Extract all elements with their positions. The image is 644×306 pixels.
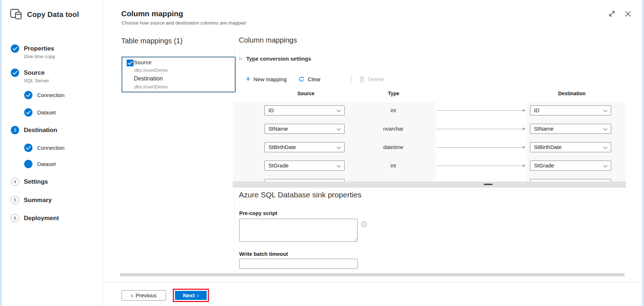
footer-divider: [103, 282, 644, 282]
step-item-summary-8[interactable]: 5Summary: [11, 196, 52, 204]
step-label: Connection: [37, 91, 65, 99]
column-header-type: Type: [358, 91, 430, 96]
previous-button[interactable]: ‹ Previous: [122, 290, 166, 301]
table-mapping-card[interactable]: Source dbo.InsertDemo Destination dbo.In…: [122, 57, 236, 92]
dropdown-value: ID: [534, 107, 539, 113]
step-item-dataset-6[interactable]: Dataset: [24, 160, 56, 168]
pre-copy-script-textarea[interactable]: [239, 219, 358, 242]
source-column-dropdown[interactable]: ID: [264, 105, 345, 115]
step-number-badge: 5: [11, 196, 19, 204]
next-button[interactable]: Next ›: [175, 291, 207, 300]
mapping-destination-table: dbo.InsertDemo: [134, 84, 168, 89]
mapping-arrow-icon: [437, 146, 526, 149]
chevron-down-icon: [603, 126, 607, 130]
destination-column-dropdown[interactable]: StGrade: [530, 161, 611, 171]
source-column-dropdown[interactable]: StName: [264, 124, 345, 134]
mapping-arrow-icon: [437, 127, 526, 131]
mapping-destination-label: Destination: [134, 75, 163, 82]
chevron-down-icon: [603, 108, 607, 112]
step-label: Connection: [37, 144, 65, 152]
destination-column-dropdown[interactable]: [530, 179, 611, 182]
mapping-arrow-icon: [437, 164, 526, 167]
chevron-down-icon: [337, 108, 341, 112]
write-batch-timeout-label: Write batch timeout: [239, 251, 288, 257]
check-icon: [11, 69, 19, 77]
clear-button[interactable]: Clear: [298, 74, 321, 84]
chevron-down-icon: [603, 145, 607, 149]
step-label: Deployment: [24, 214, 59, 222]
sink-properties-title: Azure SQL Database sink properties: [239, 191, 362, 199]
column-header-destination: Destination: [536, 91, 608, 96]
refresh-icon: [298, 76, 305, 82]
step-label: Source: [24, 69, 49, 77]
pre-copy-script-label: Pre-copy script: [239, 210, 277, 216]
type-conversion-expander[interactable]: ▷ Type conversion settings: [240, 56, 311, 62]
step-label: Settings: [24, 178, 48, 186]
table-mappings-title: Table mappings (1): [121, 37, 183, 45]
column-header-source: Source: [270, 91, 342, 96]
type-value: datetime: [345, 142, 442, 152]
source-column-dropdown[interactable]: StGrade: [264, 161, 345, 171]
step-number-badge: 4: [11, 178, 19, 186]
mapping-arrow-icon: [437, 109, 526, 112]
mapping-source-table: dbo.InsertDemo: [134, 67, 168, 73]
step-item-dataset-3[interactable]: Dataset: [24, 108, 56, 117]
checkbox-checked-icon[interactable]: [127, 60, 133, 66]
chevron-down-icon: [603, 163, 607, 167]
clear-label: Clear: [308, 76, 321, 82]
column-mappings-title: Column mappings: [239, 36, 297, 44]
step-item-settings-7[interactable]: 4Settings: [11, 178, 48, 186]
check-icon: [24, 108, 32, 117]
step-item-deployment-9[interactable]: 6Deployment: [11, 214, 59, 222]
destination-column-dropdown[interactable]: StBirthDate: [530, 142, 611, 152]
progress-dot-icon: [24, 160, 32, 168]
step-label: Destination: [24, 126, 57, 134]
dropdown-value: StGrade: [268, 162, 289, 169]
copy-data-tool-icon: [10, 9, 22, 21]
type-value: int: [345, 161, 442, 171]
write-batch-timeout-input[interactable]: [239, 259, 358, 269]
dropdown-value: StGrade: [534, 162, 554, 169]
content-hscrollbar[interactable]: [120, 273, 625, 276]
new-mapping-label: New mapping: [254, 76, 287, 82]
step-label: Dataset: [37, 108, 56, 117]
step-item-properties-0[interactable]: PropertiesOne time copy: [11, 44, 55, 60]
step-item-source-1[interactable]: SourceSQL Server: [11, 69, 49, 84]
expand-button[interactable]: [607, 9, 617, 19]
delete-button[interactable]: Delete: [359, 74, 384, 84]
info-icon[interactable]: i: [361, 222, 367, 227]
dropdown-value: StName: [534, 126, 553, 132]
chevron-right-icon: ›: [197, 293, 199, 298]
wizard-sidebar: Copy Data tool PropertiesOne time copySo…: [2, 0, 103, 306]
source-column-dropdown[interactable]: [264, 179, 345, 182]
new-mapping-button[interactable]: + New mapping: [246, 74, 287, 84]
destination-column-dropdown[interactable]: ID: [530, 105, 611, 115]
type-value: nvarchar: [345, 124, 442, 134]
check-icon: [24, 144, 32, 152]
step-sublabel: One time copy: [24, 54, 55, 60]
close-button[interactable]: [623, 9, 633, 19]
step-item-destination-4[interactable]: 3Destination: [11, 126, 57, 134]
delete-label: Delete: [368, 76, 384, 82]
expand-icon: [608, 10, 616, 18]
app-title: Copy Data tool: [27, 10, 79, 19]
source-column-dropdown[interactable]: StBirthDate: [264, 142, 345, 152]
mapping-source-label: Source: [134, 59, 152, 66]
step-label: Dataset: [37, 160, 56, 168]
type-conversion-label: Type conversion settings: [246, 56, 311, 62]
destination-column-dropdown[interactable]: StName: [530, 124, 611, 134]
mapping-grid-body: IDintIDStNamenvarcharStNameStBirthDateda…: [233, 102, 626, 182]
step-item-connection-2[interactable]: Connection: [24, 91, 65, 99]
step-item-connection-5[interactable]: Connection: [24, 144, 65, 152]
chevron-down-icon: [337, 163, 341, 167]
dropdown-value: ID: [268, 107, 274, 113]
dropdown-value: StBirthDate: [268, 144, 296, 150]
dropdown-value: StBirthDate: [534, 144, 562, 150]
grid-hscrollbar[interactable]: [233, 182, 626, 188]
step-label: Summary: [24, 196, 52, 204]
grid-hscrollbar-thumb[interactable]: [484, 184, 492, 185]
type-value: int: [345, 105, 442, 115]
next-button-highlight: Next ›: [173, 289, 209, 302]
chevron-down-icon: [337, 145, 341, 149]
page-title: Column mapping: [121, 9, 183, 18]
